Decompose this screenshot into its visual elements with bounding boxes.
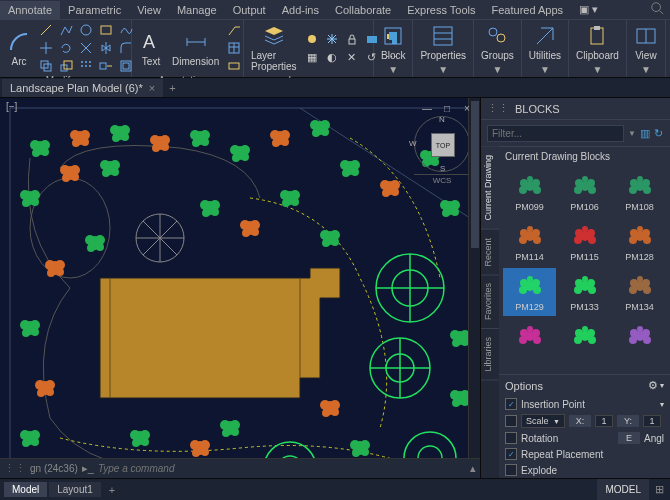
scale-icon[interactable] [57, 58, 75, 74]
svg-point-268 [588, 236, 596, 244]
copy-icon[interactable] [37, 58, 55, 74]
dimension-button[interactable]: Dimension [169, 28, 222, 69]
viewport-menu-dash[interactable]: [−] [6, 101, 17, 115]
menu-collaborate[interactable]: Collaborate [327, 1, 399, 19]
svg-point-10 [85, 61, 87, 63]
layout-add-button[interactable]: + [103, 482, 121, 498]
block-extra-1[interactable] [558, 318, 611, 354]
array-icon[interactable] [77, 58, 95, 74]
mirror-icon[interactable] [97, 40, 115, 56]
menu-output[interactable]: Output [225, 1, 274, 19]
blocks-section-title: Current Drawing Blocks [499, 147, 670, 166]
block-panel-button[interactable]: Block [378, 22, 408, 63]
layout-tab-model[interactable]: Model [4, 482, 47, 497]
polyline-icon[interactable] [57, 22, 75, 38]
view-cube[interactable]: N S W E TOP WCS [414, 116, 470, 185]
vtab-favorites[interactable]: Favorites [481, 275, 499, 329]
scale-dropdown[interactable]: Scale▼ [521, 414, 565, 428]
table-icon[interactable] [225, 40, 243, 56]
block-PM106[interactable]: PM106 [558, 168, 611, 216]
nav-top-face[interactable]: TOP [431, 133, 455, 157]
block-PM114[interactable]: PM114 [503, 218, 556, 266]
layer-freeze-icon[interactable] [323, 31, 341, 47]
menu-search-icon[interactable] [644, 0, 670, 19]
svg-point-208 [282, 199, 290, 207]
filter-input[interactable] [487, 125, 624, 142]
vertical-scrollbar[interactable] [468, 98, 480, 466]
view-panel-button[interactable]: View [631, 22, 661, 63]
text-button[interactable]: A Text [136, 28, 166, 69]
model-button[interactable]: MODEL [597, 479, 649, 500]
svg-point-253 [630, 179, 638, 187]
block-PM099[interactable]: PM099 [503, 168, 556, 216]
field-icon[interactable] [225, 58, 243, 74]
layer-iso-icon[interactable]: ▦ [303, 50, 321, 66]
repeat-checkbox[interactable] [505, 448, 517, 460]
block-extra-2[interactable] [613, 318, 666, 354]
layer-on-icon[interactable] [303, 31, 321, 47]
cmd-handle-icon[interactable]: ⋮⋮ [4, 462, 26, 475]
clipboard-panel-button[interactable]: Clipboard [573, 22, 622, 63]
layer-lock-icon[interactable] [343, 31, 361, 47]
scale-checkbox[interactable] [505, 415, 517, 427]
cmd-menu-icon[interactable]: ▴ [470, 462, 476, 475]
rotation-checkbox[interactable] [505, 432, 517, 444]
circle-icon[interactable] [77, 22, 95, 38]
layer-off-icon[interactable]: ◐ [323, 50, 341, 66]
viewport-max-icon[interactable]: □ [440, 101, 454, 115]
palette-handle-icon[interactable]: ⋮⋮ [487, 102, 509, 115]
viewport-close-icon[interactable]: × [460, 101, 474, 115]
x-input[interactable]: 1 [595, 415, 613, 427]
svg-point-269 [582, 226, 588, 232]
svg-point-247 [575, 179, 583, 187]
vtab-libraries[interactable]: Libraries [481, 329, 499, 381]
block-PM128[interactable]: PM128 [613, 218, 666, 266]
status-grid-icon[interactable]: ⊞ [649, 483, 670, 496]
options-gear-icon[interactable]: ⚙ [648, 379, 658, 392]
trim-icon[interactable] [77, 40, 95, 56]
layout-tab-layout1[interactable]: Layout1 [49, 482, 101, 497]
block-PM129[interactable]: PM129 [503, 268, 556, 316]
nav-wcs[interactable]: WCS [414, 174, 470, 185]
block-PM115[interactable]: PM115 [558, 218, 611, 266]
properties-panel-button[interactable]: Properties [417, 22, 469, 63]
utilities-panel-button[interactable]: Utilities [526, 22, 564, 63]
rotate-icon[interactable] [57, 40, 75, 56]
menu-express[interactable]: Express Tools [399, 1, 483, 19]
svg-point-88 [192, 139, 200, 147]
line-icon[interactable] [37, 22, 55, 38]
block-PM108[interactable]: PM108 [613, 168, 666, 216]
y-input[interactable]: 1 [643, 415, 661, 427]
menu-parametric[interactable]: Parametric [60, 1, 129, 19]
doc-tab-active[interactable]: Landscape Plan Model (6)* × [2, 79, 163, 97]
browse-icon[interactable]: ▥ [640, 124, 650, 142]
close-tab-icon[interactable]: × [149, 82, 155, 94]
layer-del-icon[interactable]: ✕ [343, 50, 361, 66]
command-line[interactable]: ⋮⋮ gn (24c36) ▸_ ▴ [0, 458, 480, 478]
stretch-icon[interactable] [97, 58, 115, 74]
leader-icon[interactable] [225, 22, 243, 38]
vtab-current[interactable]: Current Drawing [481, 147, 499, 230]
arc-button[interactable]: Arc [4, 28, 34, 69]
vtab-recent[interactable]: Recent [481, 230, 499, 276]
groups-panel-button[interactable]: Groups [478, 22, 517, 63]
insertion-point-checkbox[interactable] [505, 398, 517, 410]
block-extra-0[interactable] [503, 318, 556, 354]
menu-addins[interactable]: Add-ins [274, 1, 327, 19]
menu-boxed-icon[interactable]: ▣ ▾ [571, 0, 606, 19]
menu-annotate[interactable]: Annotate [0, 1, 60, 19]
add-tab-button[interactable]: + [163, 80, 181, 96]
layer-properties-button[interactable]: Layer Properties [248, 22, 300, 74]
viewport-min-icon[interactable]: — [420, 101, 434, 115]
menu-view[interactable]: View [129, 1, 169, 19]
block-PM134[interactable]: PM134 [613, 268, 666, 316]
explode-checkbox[interactable] [505, 464, 517, 476]
refresh-icon[interactable]: ↻ [654, 124, 664, 142]
menu-manage[interactable]: Manage [169, 1, 225, 19]
menu-featured[interactable]: Featured Apps [484, 1, 572, 19]
move-icon[interactable] [37, 40, 55, 56]
cmd-input[interactable] [98, 463, 466, 474]
drawing-viewport[interactable]: [−] — □ × [0, 98, 480, 478]
block-PM133[interactable]: PM133 [558, 268, 611, 316]
rect-icon[interactable] [97, 22, 115, 38]
